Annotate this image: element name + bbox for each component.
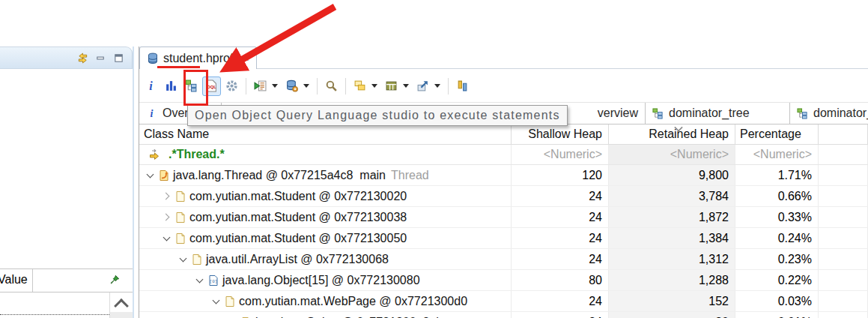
class-name-text: com.yutian.mat.Student @ 0x772130050 xyxy=(189,232,407,245)
thread-object-icon xyxy=(158,170,170,182)
result-tab-label: verview xyxy=(598,106,638,120)
tree-row[interactable]: com.yutian.mat.WebPage @ 0x7721300d0 24 … xyxy=(139,291,868,312)
column-header-shallow-heap[interactable]: Shallow Heap xyxy=(512,124,609,144)
percentage-filter-cell[interactable]: <Numeric> xyxy=(735,145,819,164)
focus-dotted-line xyxy=(0,314,109,315)
tree-row[interactable]: java.lang.String @ 0x7721300e8 http: 24 … xyxy=(139,312,868,318)
shallow-heap-cell: 24 xyxy=(512,207,609,227)
expander-icon[interactable] xyxy=(162,212,172,223)
shallow-heap-filter-cell[interactable]: <Numeric> xyxy=(512,145,609,164)
class-name-cell: java.lang.String @ 0x7721300e8 http: xyxy=(139,312,512,318)
tab-dominator-tree[interactable]: dominator_tree xyxy=(646,103,790,124)
expander-icon[interactable] xyxy=(178,254,189,265)
class-name-filter-cell[interactable]: .*Thread.* xyxy=(139,145,512,164)
row-filler-cell xyxy=(819,249,868,269)
thread-overview-button[interactable] xyxy=(222,76,241,96)
histogram-button[interactable] xyxy=(162,76,180,96)
run-expert-report-button[interactable] xyxy=(251,76,281,96)
heap-dump-actions-button[interactable] xyxy=(282,76,312,96)
percentage-cell: 0.03% xyxy=(735,291,819,311)
calculate-retained-size-button[interactable] xyxy=(382,76,412,96)
maximize-icon[interactable] xyxy=(113,52,124,64)
class-name-text: java.lang.String @ 0x7721300e8 http: xyxy=(255,316,459,318)
editor-area: student.hprof × iOQL iOverviewverviewdom… xyxy=(139,46,868,318)
expander-icon[interactable] xyxy=(145,170,156,181)
calculator-icon xyxy=(385,80,398,92)
class-name-text: java.lang.Object[15] @ 0x772130080 xyxy=(222,274,420,287)
filter-row: .*Thread.* <Numeric> <Numeric> <Numeric> xyxy=(139,145,868,165)
retained-heap-cell: 1,384 xyxy=(609,228,735,248)
histogram-icon xyxy=(165,80,177,92)
filter-icon xyxy=(149,148,161,160)
percentage-cell: 0.22% xyxy=(735,270,819,290)
row-filler-cell xyxy=(819,270,868,290)
export-button[interactable] xyxy=(413,76,443,96)
value-column-header: Value xyxy=(0,273,28,286)
compare-icon xyxy=(456,80,469,92)
export-icon xyxy=(416,80,429,92)
class-name-filter-text[interactable]: .*Thread.* xyxy=(169,148,225,161)
expander-icon[interactable] xyxy=(211,296,222,307)
column-header-label: Percentage xyxy=(740,128,801,141)
editor-toolbar: iOQL xyxy=(139,70,868,103)
retained-heap-filter-cell[interactable]: <Numeric> xyxy=(609,145,735,164)
scrollbar-track[interactable] xyxy=(110,312,133,318)
scroll-up-icon[interactable] xyxy=(114,298,129,314)
pin-icon[interactable] xyxy=(109,274,120,285)
expander-icon[interactable] xyxy=(162,191,172,202)
column-header-retained-heap[interactable]: Retained Heap xyxy=(609,124,735,144)
info-button[interactable]: i xyxy=(142,76,160,96)
dropdown-arrow-icon[interactable] xyxy=(403,84,409,88)
tab-dominator-tree-2[interactable]: dominator_tre xyxy=(790,103,868,124)
red-underline-annotation xyxy=(157,66,200,68)
expander-icon[interactable] xyxy=(195,275,205,286)
svg-text:i: i xyxy=(151,108,154,119)
class-name-cell: java.util.ArrayList @ 0x772130068 xyxy=(139,249,512,269)
compare-button[interactable] xyxy=(453,76,472,96)
tree-row[interactable]: java.lang.Thread @ 0x77215a4c8 main Thre… xyxy=(139,165,868,186)
shallow-heap-cell: 24 xyxy=(512,312,609,318)
object-icon xyxy=(174,232,186,244)
close-icon[interactable]: × xyxy=(243,52,249,64)
find-button[interactable] xyxy=(322,76,341,96)
object-icon xyxy=(191,254,203,266)
inspector-panel: Value xyxy=(0,46,133,318)
dropdown-arrow-icon[interactable] xyxy=(434,84,440,88)
toolbar-separator xyxy=(345,78,346,94)
info-icon: i xyxy=(146,108,157,119)
dropdown-arrow-icon[interactable] xyxy=(371,84,377,88)
tree-row[interactable]: com.yutian.mat.Student @ 0x772130038 24 … xyxy=(139,207,868,228)
mat-window: Value student.hprof × iOQL iOverviewverv… xyxy=(0,0,868,318)
column-header-filler xyxy=(819,124,868,144)
group-result-button[interactable] xyxy=(350,76,380,96)
array-object-icon: [0] xyxy=(207,274,219,286)
class-name-cell: [0] java.lang.Object[15] @ 0x772130080 xyxy=(139,270,512,290)
expander-icon[interactable] xyxy=(162,233,172,244)
shallow-heap-cell: 24 xyxy=(512,291,609,311)
scrollbar-vertical[interactable] xyxy=(109,292,133,318)
minimize-icon[interactable] xyxy=(95,52,106,64)
tree-row[interactable]: com.yutian.mat.Student @ 0x772130050 24 … xyxy=(139,228,868,249)
link-with-editor-icon[interactable] xyxy=(77,52,88,64)
dropdown-arrow-icon[interactable] xyxy=(303,84,309,88)
panel-sash[interactable] xyxy=(133,46,139,318)
tree-icon xyxy=(652,108,664,119)
tree-row[interactable]: java.util.ArrayList @ 0x772130068 24 1,3… xyxy=(139,249,868,270)
dropdown-arrow-icon[interactable] xyxy=(272,84,278,88)
editor-tab-title: student.hprof xyxy=(163,52,233,65)
shallow-heap-cell: 24 xyxy=(512,228,609,248)
tree-row[interactable]: com.yutian.mat.Student @ 0x772130020 24 … xyxy=(139,186,868,207)
class-name-suffix: Thread xyxy=(391,169,429,182)
shallow-heap-cell: 80 xyxy=(512,270,609,290)
tree-row[interactable]: [0] java.lang.Object[15] @ 0x772130080 8… xyxy=(139,270,868,291)
shallow-heap-cell: 24 xyxy=(512,186,609,206)
class-name-text: java.util.ArrayList @ 0x772130068 xyxy=(206,253,389,266)
class-name-cell: com.yutian.mat.Student @ 0x772130038 xyxy=(139,207,512,227)
column-header-percentage[interactable]: Percentage xyxy=(735,124,819,144)
class-name-cell: com.yutian.mat.WebPage @ 0x7721300d0 xyxy=(139,291,512,311)
column-header-class-name[interactable]: Class Name xyxy=(139,124,512,144)
dominator-tree-table: Class Name Shallow Heap Retained Heap Pe… xyxy=(139,124,868,318)
oql-button-tooltip: Open Object Query Language studio to exe… xyxy=(187,105,568,126)
row-filler-cell xyxy=(819,228,868,248)
retained-heap-cell: 1,288 xyxy=(609,270,735,290)
